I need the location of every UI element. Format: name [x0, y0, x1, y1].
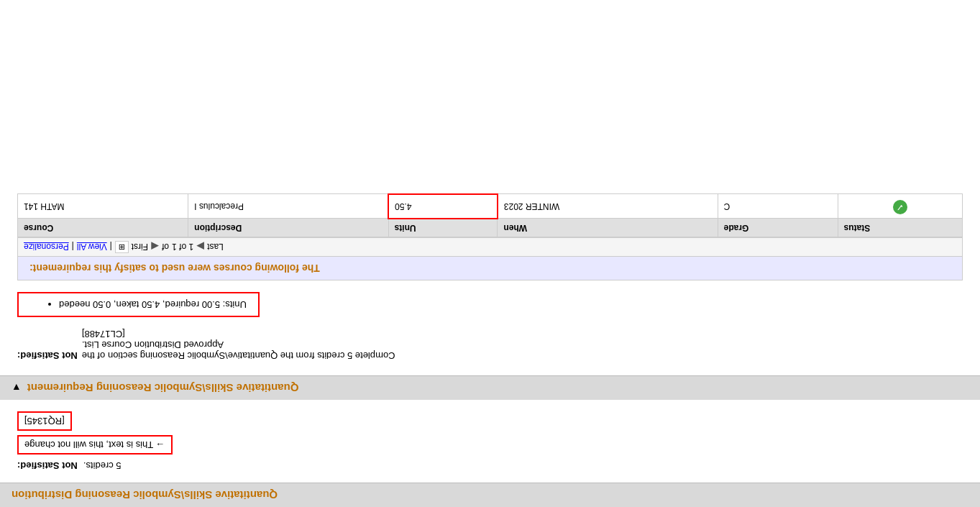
- section2: Quantitative Skills\Symbolic Reasoning R…: [0, 179, 980, 400]
- section2-not-satisfied-block: Complete 5 credits from the Quantitative…: [17, 329, 963, 361]
- personalize-link[interactable]: Personalize: [24, 242, 69, 252]
- courses-table-header: The following courses were used to satis…: [17, 256, 963, 280]
- section2-description: Complete 5 credits from the Quantitative…: [82, 329, 395, 361]
- status-satisfied-icon: [893, 201, 907, 215]
- col-course: Course: [18, 219, 188, 237]
- section1-header: Quantitative Skills\Symbolic Reasoning D…: [0, 483, 980, 507]
- cell-when: WINTER 2023: [498, 194, 718, 219]
- prev-arrow[interactable]: ◀: [151, 242, 159, 253]
- table-nav-bar: Last ▶ 1 of 1 of ◀ First ⊞ | View All | …: [17, 237, 963, 256]
- section1-clid-row: [RQ1345]: [17, 411, 963, 431]
- units-box-wrapper: Units: 5.00 required, 4.50 taken, 0.50 n…: [17, 292, 963, 317]
- courses-table: Course Description Units When Grade Stat…: [17, 193, 963, 237]
- col-grade: Grade: [718, 219, 838, 237]
- last-label: Last: [207, 242, 224, 252]
- collapse-arrow-icon[interactable]: ▼: [12, 383, 22, 394]
- section1: Quantitative Skills\Symbolic Reasoning D…: [0, 400, 980, 507]
- section2-body: Complete 5 credits from the Quantitative…: [0, 179, 980, 375]
- section1-not-satisfied-row: 5 credits. Not Satisfied:: [17, 460, 963, 471]
- cell-units: 4.50: [388, 194, 498, 219]
- of-label: of: [162, 242, 169, 252]
- col-status: Status: [838, 219, 962, 237]
- table-header-row: Course Description Units When Grade Stat…: [18, 219, 963, 237]
- col-units: Units: [388, 219, 498, 237]
- section1-credits-text: 5 credits.: [83, 460, 122, 471]
- cell-grade: C: [718, 194, 838, 219]
- section1-red-box: → This is text, this will not change: [17, 435, 173, 455]
- first-label: First: [132, 242, 148, 252]
- section2-ns-label: Not Satisfied:: [17, 329, 78, 361]
- units-box: Units: 5.00 required, 4.50 taken, 0.50 n…: [17, 292, 260, 317]
- units-list: Units: 5.00 required, 4.50 taken, 0.50 n…: [45, 299, 247, 310]
- courses-table-section: The following courses were used to satis…: [17, 193, 963, 280]
- section2-ns-line1: Complete 5 credits from the Quantitative…: [17, 329, 963, 361]
- nav-icon-box[interactable]: ⊞: [115, 241, 129, 253]
- next-arrow[interactable]: ▶: [196, 242, 204, 253]
- cell-description: Precalculus I: [188, 194, 388, 219]
- cell-status: [838, 194, 962, 219]
- units-item: Units: 5.00 required, 4.50 taken, 0.50 n…: [59, 299, 247, 310]
- section2-header[interactable]: Quantitative Skills\Symbolic Reasoning R…: [0, 375, 980, 400]
- section1-red-box-row: → This is text, this will not change: [17, 435, 963, 455]
- col-description: Description: [188, 219, 388, 237]
- cell-course: MATH 141: [18, 194, 188, 219]
- section1-not-satisfied-label: Not Satisfied:: [17, 460, 78, 471]
- section1-body: 5 credits. Not Satisfied: → This is text…: [0, 400, 980, 483]
- table-row: MATH 141Precalculus I4.50WINTER 2023C: [18, 194, 963, 219]
- col-when: When: [498, 219, 718, 237]
- section1-clid: [RQ1345]: [17, 411, 72, 431]
- page-info: 1 of 1: [172, 242, 193, 252]
- view-all-link[interactable]: View All: [77, 242, 107, 252]
